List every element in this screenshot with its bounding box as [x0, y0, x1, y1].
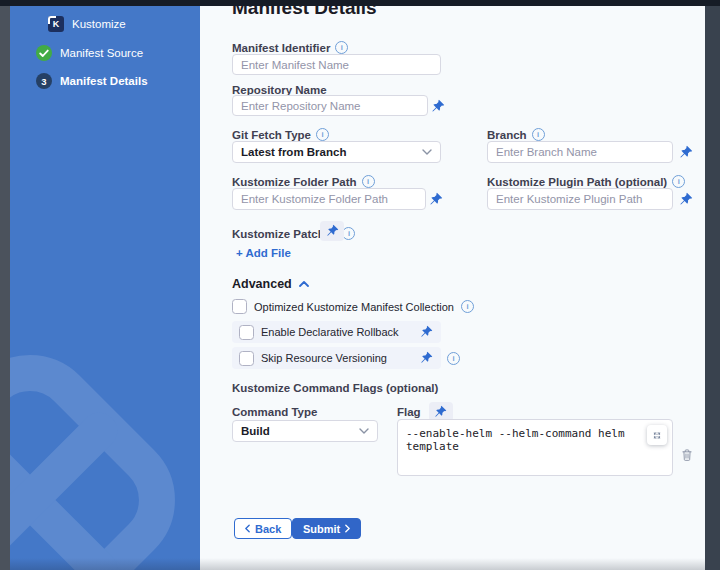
pin-icon: [434, 405, 447, 419]
kustomize-folder-path-input[interactable]: [232, 188, 426, 210]
info-icon[interactable]: i: [532, 128, 545, 141]
kustomize-command-flags-label: Kustomize Command Flags (optional): [232, 382, 438, 394]
optimized-kustomize-collection-checkbox[interactable]: [232, 299, 247, 314]
check-circle-icon: [36, 45, 52, 61]
add-file-button[interactable]: + Add File: [236, 247, 291, 259]
pin-icon[interactable]: [679, 192, 693, 206]
delete-flag-button[interactable]: [681, 448, 693, 462]
pin-icon[interactable]: [431, 99, 445, 113]
kustomize-plugin-path-label: Kustomize Plugin Path (optional) i: [487, 175, 685, 188]
sidebar-step-manifest-details[interactable]: 3 Manifest Details: [36, 73, 148, 89]
info-icon[interactable]: i: [447, 352, 460, 365]
submit-button[interactable]: Submit: [292, 518, 361, 539]
branch-label: Branch i: [487, 128, 545, 141]
git-fetch-type-select[interactable]: Latest from Branch: [232, 141, 441, 163]
command-type-select[interactable]: Build: [232, 420, 378, 442]
top-dark-bar: [0, 0, 720, 6]
manifest-identifier-label: Manifest Identifier i: [232, 41, 348, 54]
manifest-identifier-input[interactable]: [232, 54, 441, 75]
left-page-edge: [0, 0, 10, 570]
branch-input[interactable]: [487, 141, 673, 163]
info-icon[interactable]: i: [335, 41, 348, 54]
checkbox-label: Enable Declarative Rollback: [261, 326, 399, 338]
manifest-details-panel: Manifest Details Manifest Identifier i R…: [200, 0, 705, 570]
sidebar-step-manifest-source[interactable]: Manifest Source: [36, 45, 143, 61]
info-icon[interactable]: i: [342, 227, 355, 240]
right-page-edge: [705, 0, 720, 570]
wizard-sidebar: Manifest Type K Kustomize Manifest Sourc…: [10, 0, 200, 570]
command-type-value: Build: [241, 425, 270, 437]
chevron-right-icon: [345, 524, 350, 533]
pin-icon[interactable]: [420, 325, 434, 339]
expand-icon[interactable]: [647, 425, 667, 445]
harness-logo-watermark: [10, 345, 185, 570]
flag-textarea[interactable]: --enable-helm --helm-command helm templa…: [398, 420, 672, 475]
command-type-label: Command Type: [232, 406, 317, 418]
skip-resource-versioning-row: Skip Resource Versioning: [232, 347, 441, 369]
step-number-badge: 3: [36, 73, 52, 89]
pin-icon: [326, 224, 339, 238]
checkbox-label: Optimized Kustomize Manifest Collection: [254, 301, 454, 313]
step-label: Manifest Details: [60, 75, 148, 87]
git-fetch-type-label: Git Fetch Type i: [232, 128, 329, 141]
info-icon[interactable]: i: [362, 175, 375, 188]
pin-icon[interactable]: [420, 351, 434, 365]
screen: Manifest Type K Kustomize Manifest Sourc…: [0, 0, 720, 570]
chevron-down-icon: [422, 149, 432, 155]
kustomize-folder-path-label: Kustomize Folder Path i: [232, 175, 375, 188]
enable-declarative-rollback-row: Enable Declarative Rollback: [232, 321, 441, 343]
checkbox-label: Skip Resource Versioning: [261, 352, 387, 364]
repository-name-input[interactable]: [232, 95, 428, 116]
skip-resource-versioning-checkbox[interactable]: [239, 351, 254, 366]
pin-icon[interactable]: [429, 192, 443, 206]
trash-icon: [681, 448, 693, 462]
back-button[interactable]: Back: [234, 518, 292, 539]
step-label: Manifest Source: [60, 47, 143, 59]
advanced-section-toggle[interactable]: Advanced: [232, 277, 309, 291]
info-icon[interactable]: i: [461, 300, 474, 313]
kustomize-plugin-path-input[interactable]: [487, 188, 673, 210]
enable-declarative-rollback-checkbox[interactable]: [239, 325, 254, 340]
chevron-down-icon: [359, 428, 369, 434]
flag-label: Flag: [397, 406, 421, 418]
flag-value-box: --enable-helm --helm-command helm templa…: [397, 419, 673, 476]
step-label: Kustomize: [72, 18, 126, 30]
optimized-kustomize-collection-option: Optimized Kustomize Manifest Collection …: [232, 299, 474, 314]
sidebar-step-kustomize[interactable]: K Kustomize: [48, 16, 126, 32]
info-icon[interactable]: i: [672, 175, 685, 188]
git-fetch-type-value: Latest from Branch: [241, 146, 346, 158]
chevron-left-icon: [245, 524, 250, 533]
chevron-up-icon: [299, 281, 309, 287]
info-icon[interactable]: i: [316, 128, 329, 141]
kustomize-icon: K: [48, 16, 64, 32]
kustomize-patches-pin-button[interactable]: [320, 221, 344, 241]
pin-icon[interactable]: [679, 145, 693, 159]
